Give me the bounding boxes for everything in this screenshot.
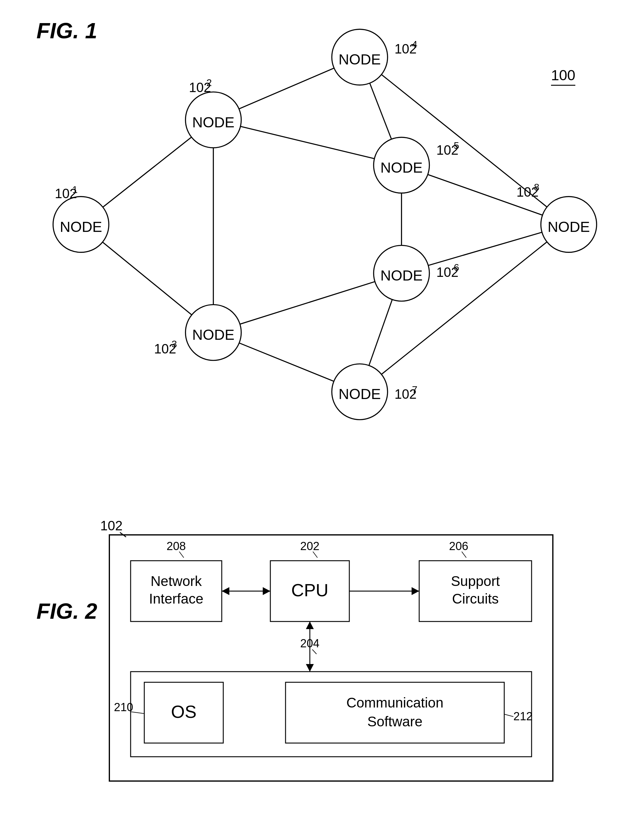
svg-text:206: 206 (449, 540, 468, 553)
svg-text:NODE: NODE (192, 327, 235, 343)
page-container: FIG. 1 100 NODE 102 (0, 0, 630, 840)
svg-text:202: 202 (300, 540, 319, 553)
svg-line-3 (213, 120, 401, 165)
svg-text:7: 7 (412, 384, 417, 395)
svg-rect-78 (285, 682, 504, 743)
fig2-svg: 102 208 202 206 Network Interface CPU Su… (91, 516, 565, 790)
svg-text:NODE: NODE (60, 218, 102, 235)
svg-text:3: 3 (172, 339, 177, 349)
svg-text:NODE: NODE (548, 218, 590, 235)
svg-text:NODE: NODE (192, 114, 235, 130)
svg-text:NODE: NODE (339, 51, 381, 68)
svg-text:OS: OS (171, 702, 197, 722)
svg-text:NODE: NODE (339, 386, 381, 402)
svg-text:8: 8 (534, 182, 539, 193)
svg-text:210: 210 (114, 701, 133, 714)
svg-text:208: 208 (167, 540, 186, 553)
svg-text:Communication: Communication (346, 695, 444, 711)
svg-text:CPU: CPU (291, 580, 328, 600)
svg-text:Software: Software (367, 714, 422, 729)
svg-line-9 (213, 273, 401, 333)
svg-text:Network: Network (151, 573, 202, 589)
svg-text:NODE: NODE (380, 159, 422, 176)
svg-text:Support: Support (451, 573, 500, 589)
svg-text:NODE: NODE (380, 267, 422, 284)
svg-text:4: 4 (412, 39, 417, 50)
fig2-label: FIG. 2 (36, 599, 97, 624)
network-diagram: NODE 102 1 NODE 102 2 NODE 102 3 NODE 10… (18, 15, 611, 441)
svg-text:6: 6 (454, 262, 459, 273)
svg-text:5: 5 (454, 140, 459, 151)
svg-text:102: 102 (100, 518, 123, 533)
svg-text:212: 212 (513, 710, 532, 723)
fig2-diagram: 102 208 202 206 Network Interface CPU Su… (91, 516, 565, 790)
svg-text:Interface: Interface (149, 591, 203, 606)
svg-text:Circuits: Circuits (452, 591, 498, 606)
svg-text:2: 2 (206, 77, 212, 88)
svg-text:1: 1 (72, 184, 78, 195)
